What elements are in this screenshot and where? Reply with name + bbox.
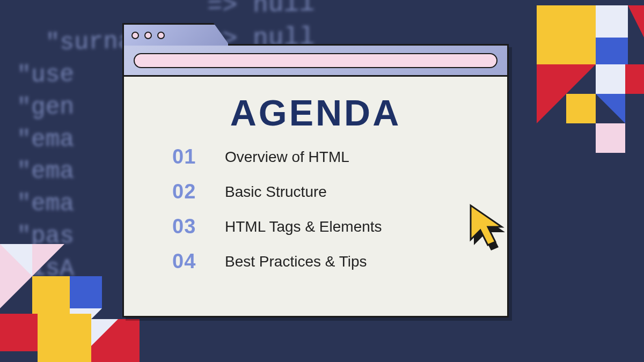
agenda-label: HTML Tags & Elements <box>225 218 382 235</box>
slide-title: AGENDA <box>156 92 475 134</box>
window-dot <box>144 32 152 39</box>
agenda-number: 02 <box>172 180 209 203</box>
agenda-item: 04 Best Practices & Tips <box>172 250 475 273</box>
agenda-number: 04 <box>172 250 209 273</box>
agenda-label: Best Practices & Tips <box>225 253 367 270</box>
agenda-item: 03 HTML Tags & Elements <box>172 215 475 238</box>
agenda-number: 01 <box>172 145 209 168</box>
window-tab-bar <box>122 23 230 46</box>
retro-browser-window: AGENDA 01 Overview of HTML 02 Basic Stru… <box>122 44 509 317</box>
url-bar <box>134 53 497 68</box>
window-dot <box>131 32 139 39</box>
agenda-item: 01 Overview of HTML <box>172 145 475 168</box>
agenda-number: 03 <box>172 215 209 238</box>
window-content: AGENDA 01 Overview of HTML 02 Basic Stru… <box>124 77 507 284</box>
agenda-item: 02 Basic Structure <box>172 180 475 203</box>
agenda-label: Basic Structure <box>225 183 327 201</box>
cursor-icon <box>464 201 513 255</box>
agenda-label: Overview of HTML <box>225 149 349 166</box>
window-dot <box>157 32 165 39</box>
window-title-bar <box>124 46 507 77</box>
agenda-list: 01 Overview of HTML 02 Basic Structure 0… <box>156 145 475 273</box>
